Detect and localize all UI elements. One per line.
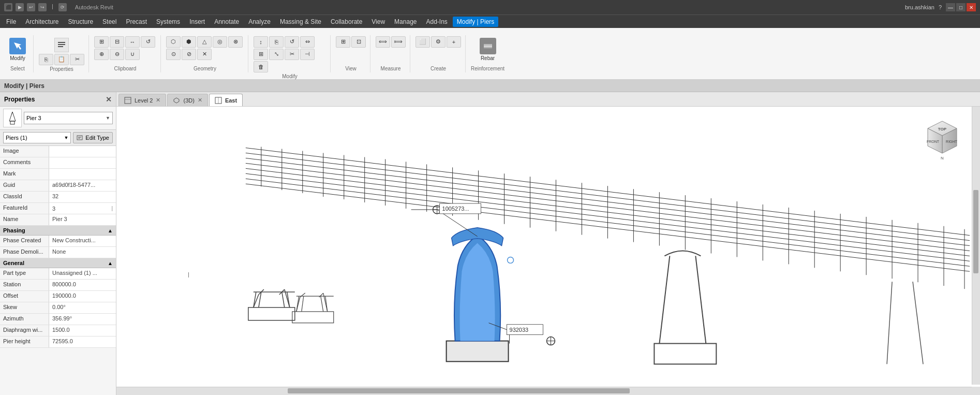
user-name: bru.ashkian [905, 4, 934, 10]
scroll-v-thumb[interactable] [973, 190, 978, 273]
menu-structure[interactable]: Structure [64, 17, 97, 27]
menu-analyze[interactable]: Analyze [244, 17, 275, 27]
menu-annotate[interactable]: Annotate [210, 17, 243, 27]
btn-measure1[interactable]: ⟺ [376, 36, 390, 48]
btn-distribute[interactable]: ⊟ [110, 36, 124, 48]
menu-bar: File Architecture Structure Steel Precas… [0, 14, 980, 28]
btn-cut[interactable]: ✂ [70, 54, 84, 65]
sync-icon[interactable]: ⟳ [58, 3, 67, 11]
btn-geom3[interactable]: △ [197, 36, 212, 48]
btn-flip[interactable]: ↔ [125, 36, 140, 48]
menu-collaborate[interactable]: Collaborate [326, 17, 366, 27]
prop-value-part-type[interactable]: Unassigned (1) ... [49, 268, 116, 279]
properties-group-label: Properties [50, 66, 73, 72]
btn-split[interactable]: ⊣ [300, 49, 315, 60]
viewport-scene: 1005273... 932033 | [116, 107, 980, 395]
tab-level2[interactable]: Level 2 ✕ [118, 94, 166, 106]
ribbon-btn-rebar[interactable]: Rebar [477, 36, 499, 63]
btn-copy2[interactable]: ⎘ [269, 36, 284, 48]
menu-insert[interactable]: Insert [185, 17, 209, 27]
general-section-header[interactable]: General ▲ [0, 258, 116, 268]
tab-east[interactable]: East [209, 94, 243, 106]
menu-modify-piers[interactable]: Modify | Piers [453, 17, 498, 27]
scroll-h-thumb[interactable] [288, 388, 630, 393]
btn-geom7[interactable]: ⊘ [182, 49, 196, 60]
menu-architecture[interactable]: Architecture [21, 17, 63, 27]
btn-move[interactable]: ↕ [254, 36, 268, 48]
prop-label-phase-created: Phase Created [0, 236, 49, 246]
window-controls[interactable]: — □ ✕ [946, 3, 976, 11]
phasing-section-header[interactable]: Phasing ▲ [0, 226, 116, 236]
btn-rotate[interactable]: ↺ [141, 36, 155, 48]
btn-geom1[interactable]: ⬡ [166, 36, 181, 48]
scroll-vertical[interactable] [972, 107, 980, 385]
btn-rotate2[interactable]: ↺ [285, 36, 299, 48]
title-bar-right: bru.ashkian ? — □ ✕ [905, 3, 976, 11]
tab-3d-close[interactable]: ✕ [198, 97, 202, 104]
prop-label-name: Name [0, 214, 49, 225]
btn-scale[interactable]: ⤡ [269, 49, 284, 60]
btn-copy[interactable]: ⎘ [39, 54, 53, 65]
instance-type-dropdown[interactable]: Piers (1) ▼ [3, 132, 71, 143]
prop-value-phase-created[interactable]: New Constructi... [49, 236, 116, 246]
btn-measure2[interactable]: ⟾ [391, 36, 406, 48]
prop-row-skew: Skew 0.00° [0, 302, 116, 314]
svg-rect-77 [447, 341, 509, 362]
btn-align[interactable]: ⊞ [94, 36, 109, 48]
minimize-button[interactable]: — [946, 3, 955, 11]
menu-massing[interactable]: Massing & Site [276, 17, 325, 27]
type-dropdown[interactable]: Pier 3 ▼ [24, 112, 113, 124]
menu-systems[interactable]: Systems [152, 17, 184, 27]
properties-close-button[interactable]: ✕ [106, 95, 112, 104]
view-cube[interactable]: TOP RIGHT FRONT N [920, 117, 964, 163]
tab-3d[interactable]: (3D) ✕ [167, 94, 207, 106]
svg-rect-1 [58, 44, 65, 45]
svg-text:1005273...: 1005273... [442, 206, 469, 212]
reinforcement-label: Reinforcement [471, 66, 504, 71]
btn-ungroup[interactable]: ⊖ [110, 49, 124, 60]
btn-view2[interactable]: ⊡ [351, 36, 366, 48]
tab-level2-close[interactable]: ✕ [156, 97, 160, 104]
btn-geom4[interactable]: ◎ [213, 36, 227, 48]
viewport-canvas[interactable]: 1005273... 932033 | [116, 107, 980, 395]
btn-view1[interactable]: ⊞ [336, 36, 350, 48]
btn-array[interactable]: ⊞ [254, 49, 268, 60]
level2-tab-icon [124, 97, 131, 104]
maximize-button[interactable]: □ [956, 3, 966, 11]
close-button[interactable]: ✕ [967, 3, 976, 11]
ribbon-btn-modify[interactable]: Modify [6, 36, 29, 63]
scroll-horizontal[interactable] [116, 387, 972, 395]
menu-precast[interactable]: Precast [122, 17, 151, 27]
btn-trim[interactable]: ✂ [285, 49, 299, 60]
btn-join[interactable]: ∪ [125, 49, 140, 60]
instance-dropdown-arrow: ▼ [64, 135, 68, 140]
prop-value-phase-demoli[interactable]: None [49, 247, 116, 258]
edit-type-button[interactable]: Edit Type [73, 132, 113, 143]
ribbon-btn-properties[interactable] [51, 36, 72, 54]
btn-geom6[interactable]: ⊙ [166, 49, 181, 60]
ribbon-group-modify: ↕ ⎘ ↺ ⇔ ⊞ ⤡ ✂ ⊣ 🗑 Modify [249, 35, 331, 72]
menu-addins[interactable]: Add-Ins [422, 17, 451, 27]
prop-row-azimuth: Azimuth 356.99° [0, 314, 116, 325]
btn-mirror[interactable]: ⇔ [300, 36, 315, 48]
btn-create2[interactable]: ⚙ [431, 36, 446, 48]
properties-icon [54, 38, 69, 52]
btn-geom5[interactable]: ⊗ [228, 36, 243, 48]
btn-create3[interactable]: + [447, 36, 461, 48]
svg-line-8 [11, 112, 12, 115]
menu-manage[interactable]: Manage [390, 17, 421, 27]
menu-steel[interactable]: Steel [98, 17, 121, 27]
btn-delete[interactable]: 🗑 [254, 61, 268, 72]
3d-tab-icon [173, 97, 180, 104]
btn-geom2[interactable]: ⬢ [182, 36, 196, 48]
btn-geom8[interactable]: ✕ [197, 49, 212, 60]
menu-file[interactable]: File [2, 17, 20, 27]
help-icon[interactable]: ? [939, 4, 942, 10]
btn-paste[interactable]: 📋 [54, 54, 69, 65]
prop-label-skew: Skew [0, 302, 49, 313]
prop-label-comments: Comments [0, 157, 49, 168]
geometry-label: Geometry [194, 66, 216, 71]
btn-create1[interactable]: ⬜ [415, 36, 430, 48]
menu-view[interactable]: View [367, 17, 389, 27]
btn-group[interactable]: ⊕ [94, 49, 109, 60]
